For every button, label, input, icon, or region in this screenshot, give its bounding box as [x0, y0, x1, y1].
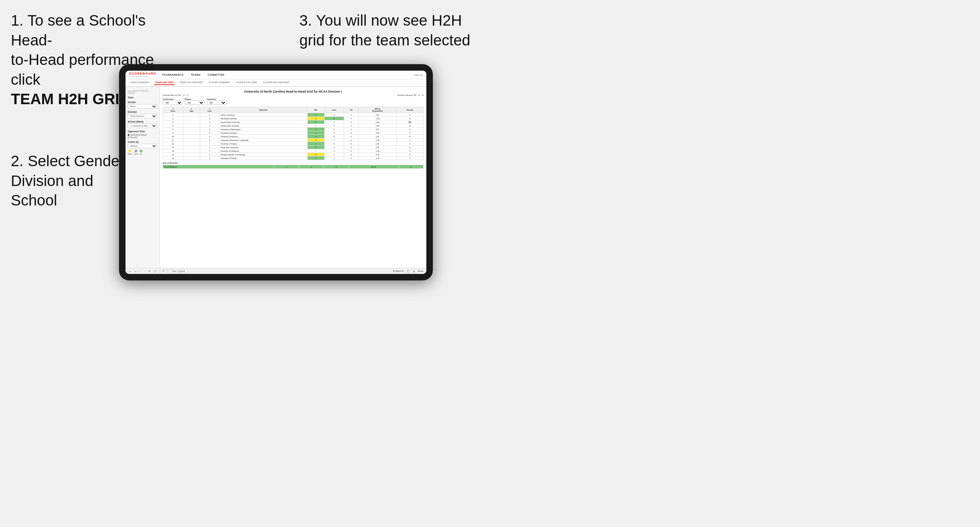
tab-team-h2h-grid[interactable]: TEAM H2H GRID	[154, 80, 175, 85]
radio-opponents-played[interactable]: Opponents Played	[128, 134, 157, 136]
td-diff: 2.61	[358, 135, 396, 138]
gender-select[interactable]: Men's	[128, 104, 157, 108]
td-tie: 0	[344, 121, 358, 124]
td-reg	[183, 131, 200, 135]
td-reg	[183, 138, 200, 142]
logo-sub: Powered by clippi	[129, 76, 156, 78]
table-row: 12 1 University of Virginia 1 0 0 2.33 3	[163, 142, 423, 146]
td-reg	[183, 135, 200, 138]
td-loss: 2	[324, 149, 344, 153]
td-reg	[183, 156, 200, 160]
anno1-line3: TEAM H2H GRID	[11, 90, 130, 108]
td-tie: 0	[344, 146, 358, 149]
nav-tournaments[interactable]: TOURNAMENTS	[161, 73, 185, 77]
colour-label-level: Level	[134, 153, 138, 155]
td-win: 0	[307, 153, 324, 156]
th-loss: Loss	[324, 107, 344, 113]
grid-area: University of North Carolina Head-to-Hea…	[160, 87, 426, 268]
colour-label-up: Up	[140, 153, 142, 155]
td-rank: 13	[163, 146, 183, 149]
opponent-select[interactable]: (All)	[207, 100, 226, 105]
td-win: 5	[307, 121, 324, 124]
td-win: 2	[307, 113, 324, 117]
td-conf: 1	[200, 142, 219, 146]
td-rank: 16	[163, 156, 183, 160]
td-reg	[183, 153, 200, 156]
table-row: 13 1 Texas Tech University 3 0 0 5.56 9	[163, 146, 423, 149]
td-opponent: University of Washington	[219, 128, 308, 131]
td-rank: 9	[163, 131, 183, 135]
td-win: 1	[307, 128, 324, 131]
opponent-view-label: Opponent View	[128, 130, 157, 133]
clock-btn[interactable]: ⏱	[162, 270, 165, 273]
td-loss: 1	[324, 138, 344, 142]
tab-player-summary[interactable]: PLAYER SUMMARY	[208, 80, 232, 85]
td-tie: 0	[344, 131, 358, 135]
td-win: 3	[307, 135, 324, 138]
tab-player-h2h-grid[interactable]: PLAYER H2H GRID	[235, 80, 258, 85]
td-opponent: Georgia Institute of Technology	[219, 153, 308, 156]
region-select[interactable]: (All)	[185, 100, 205, 105]
th-win: Win	[307, 107, 324, 113]
sign-out[interactable]: | Sign out	[414, 74, 423, 76]
nav-teams[interactable]: TEAMS	[189, 73, 202, 77]
td-conf: 3	[200, 131, 219, 135]
colour-label-down: Down	[128, 153, 132, 155]
main-content: Last Updated: 27/03/2024 16:55:38 Team G…	[126, 87, 426, 268]
td-win: 1	[307, 149, 324, 153]
td-reg	[183, 117, 200, 121]
h2h-table: #Rank #Reg #Conf Opponent Win Loss Tie D…	[163, 107, 423, 160]
td-conf: 1	[200, 121, 219, 124]
table-row: 3 2 Vanderbilt University 0 4 0 -2.29 8	[163, 117, 423, 121]
opponent-view-radio-group: Opponents Played Top 100	[128, 134, 157, 138]
th-tie: Tie	[344, 107, 358, 113]
timestamp: Last Updated: 27/03/2024 16:55:38	[128, 90, 157, 94]
paste-btn[interactable]: 📋	[153, 270, 157, 273]
td-reg	[183, 146, 200, 149]
td-tie: 0	[344, 153, 358, 156]
out-div-name: NCAA Division II	[163, 165, 274, 169]
tab-team-h2h-heatmap[interactable]: TEAM H2H HEATMAP	[178, 80, 204, 85]
conference-select[interactable]: (All)	[163, 100, 183, 105]
td-diff: -2.29	[358, 117, 396, 121]
td-opponent: Texas Tech University	[219, 146, 308, 149]
copy-btn[interactable]: ⧉	[148, 270, 151, 273]
tab-team-summary[interactable]: TEAM SUMMARY	[129, 80, 150, 85]
forward-btn[interactable]: ›	[143, 270, 146, 273]
td-conf: 5	[200, 135, 219, 138]
redo-btn[interactable]: ↪	[134, 270, 137, 273]
gender-label: Gender	[128, 101, 157, 103]
present-btn[interactable]: ⊞	[412, 270, 415, 273]
td-rank: 15	[163, 153, 183, 156]
conference-label: Conference	[163, 98, 183, 100]
td-tie: 0	[344, 117, 358, 121]
colour-by-select[interactable]: Win/loss	[128, 144, 157, 148]
logo: SCOREBOARD Powered by clippi	[129, 72, 156, 78]
tab-player-h2h-heatmap[interactable]: PLAYER H2H HEATMAP	[262, 80, 290, 85]
back-btn[interactable]: ‹	[139, 270, 142, 273]
td-rounds: 9	[396, 149, 423, 153]
td-conf: 2	[200, 128, 219, 131]
division-label: Division	[128, 111, 157, 113]
division-select[interactable]: NCAA Division I	[128, 114, 157, 118]
radio-circle-top100	[128, 137, 129, 138]
td-loss: 0	[324, 128, 344, 131]
undo-btn[interactable]: ↩	[129, 270, 132, 273]
nav-bar: SCOREBOARD Powered by clippi TOURNAMENTS…	[126, 71, 426, 79]
td-win: 3	[307, 156, 324, 160]
anno1-line1: 1. To see a School's Head-	[11, 12, 146, 49]
watch-btn[interactable]: 👁 Watch ▼	[393, 270, 404, 272]
table-row: 2 1 Auburn University 2 1 0 1.67 9	[163, 113, 423, 117]
comment-btn[interactable]: 💬	[406, 270, 410, 273]
anno2-line1: 2. Select Gender,	[11, 152, 128, 170]
share-btn[interactable]: Share	[418, 270, 423, 272]
td-win: 1	[307, 131, 324, 135]
view-original-btn[interactable]: View: Original	[170, 269, 187, 273]
school-select[interactable]: 1. University of Nort...	[128, 124, 157, 128]
team-label: Team	[128, 96, 157, 99]
nav-committee[interactable]: COMMITTEE	[206, 73, 226, 77]
radio-top100[interactable]: Top 100	[128, 136, 157, 138]
td-rounds: 9	[396, 146, 423, 149]
td-loss: 0	[324, 135, 344, 138]
td-rank: 11	[163, 138, 183, 142]
